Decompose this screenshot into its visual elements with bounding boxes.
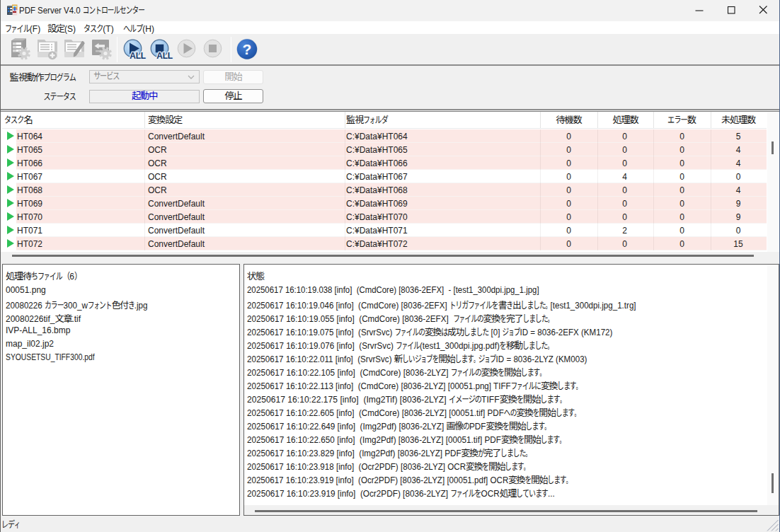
svg-text:ALL: ALL: [156, 51, 172, 61]
svg-text:ALL: ALL: [130, 51, 145, 61]
svg-text:?: ?: [243, 41, 252, 57]
